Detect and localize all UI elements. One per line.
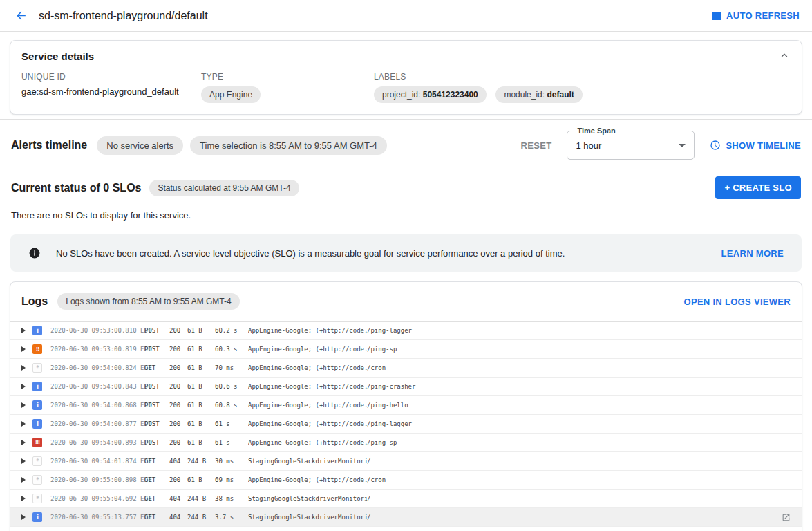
logs-header: Logs Logs shown from 8:55 AM to 9:55 AM … [10,282,802,322]
label-value: default [547,90,574,100]
chevron-down-icon [679,144,686,147]
create-slo-button[interactable]: + CREATE SLO [715,176,801,199]
log-method: POST [144,383,169,390]
log-latency: 60.3 s [215,346,248,353]
reset-button[interactable]: RESET [521,140,552,151]
label-chip-project-id: project_id: 505412323400 [374,86,487,103]
log-timestamp: 2020-06-30 09:54:00.893 EDT [50,439,140,446]
log-user-agent: AppEngine-Google; (+http://code.googl… [248,364,367,371]
chevron-up-icon [780,50,789,60]
show-timeline-button[interactable]: SHOW TIMELINE [710,140,801,151]
log-row[interactable]: * 2020-06-30 09:55:04.692 EDT GET 404 24… [10,490,802,508]
log-path: /ping-lagger [367,420,791,427]
logs-range-chip-wrap: Logs shown from 8:55 AM to 9:55 AM GMT-4 [57,293,239,310]
log-latency: 61 s [215,439,248,446]
service-details-card: Service details UNIQUE ID gae:sd-sm-fron… [10,40,802,115]
type-field: TYPE App Engine [201,72,374,103]
log-method: GET [144,495,169,502]
log-row[interactable]: * 2020-06-30 09:55:00.898 EDT GET 200 61… [10,471,802,490]
log-timestamp: 2020-06-30 09:54:00.868 EDT [50,402,140,409]
collapse-card-button[interactable] [780,50,789,62]
expand-row-icon[interactable] [21,496,26,501]
info-icon [28,247,41,259]
labels-label: LABELS [374,72,791,82]
expand-row-icon[interactable] [21,328,26,333]
unique-id-field: UNIQUE ID gae:sd-sm-frontend-playground_… [21,72,201,103]
log-user-agent: AppEngine-Google; (+http://code.googl… [248,327,367,334]
log-timestamp: 2020-06-30 09:54:00.824 EDT [50,364,140,371]
expand-row-icon[interactable] [21,402,26,408]
log-response-size: 61 B [187,476,215,483]
stop-square-icon [712,12,721,20]
log-response-size: 244 B [187,514,215,521]
log-timestamp: 2020-06-30 09:55:13.757 EDT [50,514,140,521]
log-method: GET [144,458,169,465]
log-latency: 3.7 s [215,514,248,521]
log-timestamp: 2020-06-30 09:55:04.692 EDT [50,495,140,502]
log-method: GET [144,364,169,371]
log-timestamp: 2020-06-30 09:53:00.819 EDT [50,346,140,353]
no-service-alerts-chip: No service alerts [97,136,183,155]
log-path: / [367,514,776,521]
open-log-button[interactable] [782,513,791,522]
log-method: POST [144,327,169,334]
log-status-code: 404 [169,514,187,521]
back-button[interactable] [12,8,29,24]
log-row[interactable]: i 2020-06-30 09:54:00.843 EDT POST 200 6… [10,378,802,396]
log-response-size: 61 B [187,346,215,353]
alerts-timeline-section: Alerts timeline No service alerts Time s… [0,120,812,167]
log-row[interactable]: !! 2020-06-30 09:53:00.819 EDT POST 200 … [10,340,802,359]
log-response-size: 61 B [187,364,215,371]
log-method: POST [144,402,169,409]
log-response-size: 244 B [187,458,215,465]
learn-more-link[interactable]: LEARN MORE [721,248,784,259]
log-latency: 61 s [215,420,248,427]
label-key: project_id: [382,90,423,100]
log-user-agent: AppEngine-Google; (+http://code.googl… [248,346,367,353]
log-row[interactable]: * 2020-06-30 09:55:34.561 EDT GET 404 24… [10,527,802,531]
log-status-code: 200 [169,327,187,334]
expand-row-icon[interactable] [21,421,26,427]
expand-row-icon[interactable] [21,384,26,389]
logs-title: Logs [21,295,48,308]
severity-default-icon: * [32,456,42,466]
severity-info-icon: i [32,326,42,335]
log-response-size: 61 B [187,402,215,409]
log-latency: 60.8 s [215,402,248,409]
severity-info-icon: i [32,382,42,391]
log-timestamp: 2020-06-30 09:53:00.810 EDT [50,327,140,334]
log-row[interactable]: i 2020-06-30 09:54:00.877 EDT POST 200 6… [10,415,802,434]
service-details-title: Service details [21,50,791,62]
log-rows: i 2020-06-30 09:53:00.810 EDT POST 200 6… [10,322,802,531]
log-timestamp: 2020-06-30 09:55:00.898 EDT [50,476,140,483]
log-row[interactable]: !!! 2020-06-30 09:54:00.893 EDT POST 200… [10,434,802,452]
expand-row-icon[interactable] [21,440,26,445]
log-row[interactable]: i 2020-06-30 09:53:00.810 EDT POST 200 6… [10,322,802,340]
time-span-select[interactable]: Time Span 1 hour [567,131,695,160]
severity-default-icon: * [32,363,42,373]
expand-row-icon[interactable] [21,365,26,371]
expand-row-icon[interactable] [21,458,26,464]
log-user-agent: AppEngine-Google; (+http://code.googl… [248,439,367,446]
time-span-label: Time Span [574,127,619,135]
log-row[interactable]: * 2020-06-30 09:54:00.824 EDT GET 200 61… [10,359,802,378]
page-title: sd-sm-frontend-playground/default [39,10,208,22]
log-status-code: 200 [169,364,187,371]
log-row[interactable]: i 2020-06-30 09:54:00.868 EDT POST 200 6… [10,396,802,415]
log-user-agent: StagingGoogleStackdriverMonitoring-Up… [248,495,367,502]
logs-card: Logs Logs shown from 8:55 AM to 9:55 AM … [10,281,802,531]
open-in-logs-viewer-link[interactable]: OPEN IN LOGS VIEWER [684,297,791,307]
expand-row-icon[interactable] [21,514,26,520]
log-latency: 38 ms [215,495,248,502]
log-row[interactable]: i 2020-06-30 09:55:13.757 EDT GET 404 24… [10,508,802,527]
log-response-size: 61 B [187,439,215,446]
slo-status-chip-wrap: Status calculated at 9:55 AM GMT-4 [149,180,299,196]
expand-row-icon[interactable] [21,346,26,352]
log-status-code: 404 [169,458,187,465]
log-row[interactable]: * 2020-06-30 09:54:01.874 EDT GET 404 24… [10,452,802,471]
expand-row-icon[interactable] [21,477,26,483]
auto-refresh-button[interactable]: AUTO REFRESH [712,10,800,21]
log-path: /cron [367,364,791,371]
label-key: module_id: [504,90,547,100]
slo-status-title: Current status of 0 SLOs [11,182,141,194]
